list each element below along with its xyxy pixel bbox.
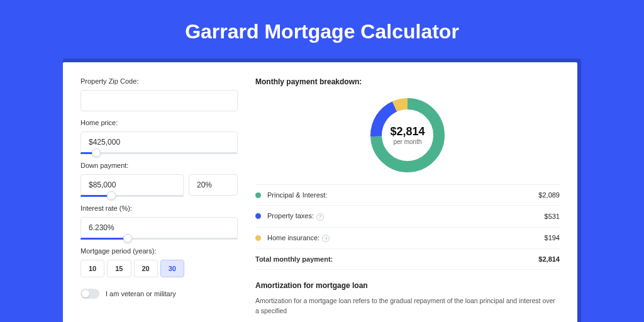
home-price-slider-thumb[interactable] [92, 148, 101, 157]
help-icon[interactable]: ? [322, 235, 330, 242]
veteran-toggle[interactable] [80, 289, 99, 299]
zip-label: Property Zip Code: [80, 77, 238, 85]
legend-dot-icon [255, 192, 261, 198]
mortgage-period-field: Mortgage period (years): 10152030 [80, 247, 238, 277]
donut-amount: $2,814 [390, 125, 425, 138]
breakdown-label: Principal & Interest: [267, 191, 538, 199]
breakdown-total-value: $2,814 [538, 255, 560, 263]
breakdown-total-row: Total monthly payment:$2,814 [255, 249, 560, 270]
home-price-label: Home price: [80, 119, 238, 126]
calculator-card: Property Zip Code: Home price: Down paym… [63, 62, 577, 322]
period-option-20[interactable]: 20 [134, 260, 158, 277]
down-payment-field: Down payment: [80, 162, 238, 197]
interest-rate-input[interactable] [80, 217, 238, 238]
home-price-slider[interactable] [80, 152, 238, 154]
help-icon[interactable]: ? [316, 213, 324, 221]
down-payment-input[interactable] [80, 174, 184, 196]
veteran-label: I am veteran or military [106, 290, 176, 297]
breakdown-panel: Monthly payment breakdown: $2,814 per mo… [255, 77, 560, 311]
period-option-15[interactable]: 15 [107, 260, 131, 277]
breakdown-row: Principal & Interest:$2,089 [255, 185, 560, 206]
mortgage-period-options: 10152030 [80, 260, 238, 277]
interest-rate-slider[interactable] [80, 238, 238, 240]
breakdown-value: $531 [545, 213, 560, 220]
down-payment-pct-input[interactable] [189, 174, 238, 196]
donut-sub: per month [393, 138, 421, 145]
donut-center: $2,814 per month [367, 95, 448, 175]
interest-rate-label: Interest rate (%): [80, 204, 238, 212]
breakdown-label: Home insurance:? [267, 234, 545, 243]
card-container: Property Zip Code: Home price: Down paym… [0, 58, 644, 322]
breakdown-label: Property taxes:? [267, 212, 545, 221]
down-payment-slider-thumb[interactable] [107, 191, 116, 200]
veteran-toggle-knob [82, 290, 89, 297]
zip-field: Property Zip Code: [80, 77, 238, 111]
breakdown-value: $2,089 [538, 191, 560, 199]
interest-rate-slider-thumb[interactable] [123, 234, 132, 243]
amortization-title: Amortization for mortgage loan [255, 281, 560, 290]
period-option-30[interactable]: 30 [160, 260, 184, 277]
page-title: Garrard Mortgage Calculator [0, 0, 644, 58]
breakdown-list: Principal & Interest:$2,089Property taxe… [255, 184, 560, 270]
breakdown-title: Monthly payment breakdown: [255, 77, 560, 86]
donut-chart: $2,814 per month [367, 95, 448, 175]
legend-dot-icon [255, 213, 261, 219]
veteran-row: I am veteran or military [80, 289, 238, 299]
interest-rate-field: Interest rate (%): [80, 204, 238, 240]
interest-rate-slider-fill [80, 238, 128, 240]
home-price-input[interactable] [80, 131, 238, 153]
down-payment-label: Down payment: [80, 162, 238, 169]
home-price-field: Home price: [80, 119, 238, 154]
mortgage-period-label: Mortgage period (years): [80, 247, 238, 255]
form-panel: Property Zip Code: Home price: Down paym… [80, 77, 238, 311]
legend-dot-icon [255, 235, 261, 241]
down-payment-slider[interactable] [80, 195, 184, 197]
breakdown-row: Property taxes:?$531 [255, 206, 560, 228]
amortization-text: Amortization for a mortgage loan refers … [255, 296, 560, 316]
period-option-10[interactable]: 10 [80, 260, 104, 277]
amortization-section: Amortization for mortgage loan Amortizat… [255, 281, 560, 316]
breakdown-total-label: Total monthly payment: [255, 255, 538, 263]
breakdown-value: $194 [545, 234, 560, 242]
breakdown-row: Home insurance:?$194 [255, 228, 560, 250]
donut-chart-container: $2,814 per month [255, 90, 560, 184]
card-shadow: Property Zip Code: Home price: Down paym… [63, 58, 581, 322]
zip-input[interactable] [80, 90, 238, 111]
